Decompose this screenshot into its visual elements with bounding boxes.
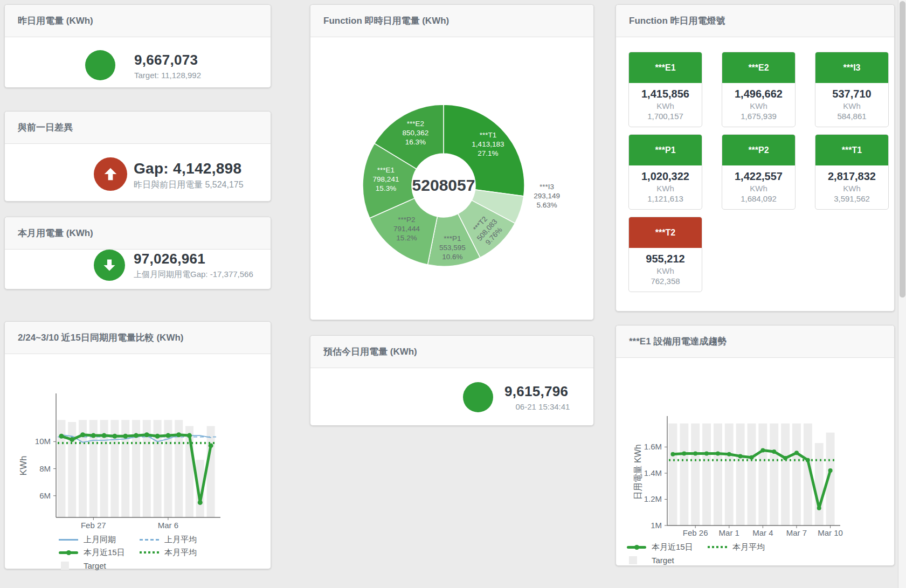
device-tile[interactable]: ***E21,496,662KWh1,675,939 (722, 52, 796, 127)
device-tile[interactable]: ***P21,422,557KWh1,684,092 (722, 134, 796, 210)
tile-status-header: ***I3 (815, 52, 888, 83)
e1trend-legend: 本月近15日本月平均Target (627, 541, 805, 566)
data-point (91, 433, 96, 438)
tile-unit: KWh (815, 184, 888, 193)
data-point (693, 452, 697, 456)
legend-label: 本月近15日 (84, 548, 125, 558)
gap-subtitle: 昨日與前日用電量 5,524,175 (134, 179, 244, 191)
tile-value: 1,496,662 (722, 88, 795, 100)
y-tick-label: 1M (651, 521, 662, 530)
data-point (670, 452, 675, 456)
realtime-donut-chart-area[interactable]: ***T11,413,18327.1%***I3293,1495.63%***T… (310, 37, 594, 309)
panel-title: ***E1 設備用電達成趨勢 (616, 326, 894, 358)
svg-text:10.6%: 10.6% (442, 253, 462, 261)
svg-text:***E2: ***E2 (407, 120, 424, 128)
data-point (772, 449, 776, 454)
tile-unit: KWh (722, 101, 795, 110)
panel-month-usage: 本月用電量 (KWh) 97,026,961 上個月同期用電Gap: -17,3… (4, 217, 271, 289)
device-tile[interactable]: ***I3537,710KWh584,861 (815, 52, 889, 127)
dot-green-swatch-icon (708, 542, 727, 552)
tile-status-header: ***E1 (629, 52, 702, 83)
legend-item[interactable]: 本月近15日 (59, 546, 140, 559)
legend-item[interactable]: 上月同期 (59, 533, 140, 546)
data-point (750, 455, 754, 460)
legend-item[interactable]: 本月近15日 (627, 541, 708, 554)
y-tick-label: 1.4M (644, 468, 662, 478)
legend-label: 本月近15日 (652, 542, 693, 552)
panel-title: 預估今日用電量 (KWh) (310, 336, 593, 368)
y-tick-label: 8M (39, 464, 51, 473)
panel-title: Function 昨日用電燈號 (616, 5, 894, 37)
device-tile[interactable]: ***T2955,212KWh762,358 (628, 217, 702, 292)
x-tick-label: Mar 10 (818, 528, 843, 537)
x-tick-label: Mar 4 (752, 528, 773, 537)
dash-blue-swatch-icon (140, 535, 159, 544)
stat-block: Gap: 4,142,898 昨日與前日用電量 5,524,175 (134, 160, 244, 191)
target-bar (669, 424, 677, 525)
legend-label: 上月同期 (84, 535, 116, 545)
data-point (716, 452, 720, 456)
estimate-ok-indicator (463, 382, 493, 412)
arrow-down-icon (102, 258, 117, 273)
tile-unit: KWh (629, 101, 702, 110)
y-tick-label: 1.6M (644, 442, 662, 451)
svg-text:553,595: 553,595 (439, 244, 466, 252)
scrollbar-thumb[interactable] (900, 1, 905, 298)
data-point (102, 433, 107, 438)
svg-text:***P2: ***P2 (398, 216, 415, 224)
data-point (112, 434, 117, 439)
svg-text:27.1%: 27.1% (478, 149, 498, 157)
legend-item[interactable]: Target (627, 554, 708, 566)
tile-target-value: 3,591,562 (815, 194, 888, 203)
data-point (70, 437, 74, 442)
target-bar (714, 424, 722, 525)
data-point (155, 434, 160, 439)
legend-item[interactable]: 上月平均 (140, 533, 220, 546)
compare15-chart-area[interactable]: 6M8M10MFeb 27Mar 6KWh (5, 355, 272, 534)
month-down-indicator (94, 250, 125, 281)
tile-unit: KWh (722, 184, 795, 193)
panel-gap-previous-day: 與前一日差異 Gap: 4,142,898 昨日與前日用電量 5,524,175 (4, 111, 271, 202)
legend-label: 上月平均 (164, 535, 197, 545)
panel-15day-compare: 2/24~3/10 近15日同期用電量比較 (KWh) 6M8M10MFeb 2… (4, 321, 271, 569)
data-point (760, 448, 765, 453)
x-tick-label: Mar 6 (158, 521, 178, 530)
tile-status-header: ***E2 (722, 52, 795, 83)
tile-target-value: 1,684,092 (722, 194, 795, 203)
data-point (704, 452, 709, 456)
target-bar (758, 424, 767, 525)
panel-today-estimate: 預估今日用電量 (KWh) 9,615,796 06-21 15:34:41 (310, 335, 594, 426)
target-bar (815, 443, 824, 525)
panel-title: 昨日用電量 (KWh) (5, 5, 271, 37)
stat-block: 9,667,073 Target: 11,128,992 (134, 52, 201, 80)
legend-label: 本月平均 (164, 548, 197, 558)
data-point (134, 433, 139, 438)
scrollbar[interactable] (898, 0, 906, 588)
data-point (794, 451, 799, 455)
data-point (165, 433, 170, 438)
stat-block: 97,026,961 上個月同期用電Gap: -17,377,566 (134, 251, 253, 280)
tile-value: 1,020,322 (629, 170, 702, 183)
legend-item[interactable]: Target (59, 559, 140, 572)
month-value: 97,026,961 (134, 251, 253, 267)
legend-item[interactable]: 本月平均 (140, 546, 220, 559)
svg-text:***T1: ***T1 (480, 131, 497, 139)
device-tile[interactable]: ***P11,020,322KWh1,121,613 (628, 134, 702, 210)
panel-title: 本月用電量 (KWh) (5, 217, 271, 250)
data-point (198, 500, 203, 505)
panel-title: Function 即時日用電量 (KWh) (310, 5, 593, 37)
legend-label: Target (84, 561, 106, 570)
gap-value: Gap: 4,142,898 (134, 160, 244, 177)
dot-green-swatch-icon (140, 548, 159, 557)
y-tick-label: 1.2M (644, 494, 662, 503)
target-bar (792, 424, 801, 525)
device-tile[interactable]: ***T12,817,832KWh3,591,562 (815, 134, 889, 210)
tile-value: 955,212 (629, 253, 702, 265)
target-bar (680, 424, 688, 525)
e1trend-chart-area[interactable]: 1M1.2M1.4M1.6MFeb 26Mar 1Mar 4Mar 7Mar 1… (616, 359, 895, 542)
estimate-value: 9,615,796 (504, 383, 581, 400)
data-point (80, 432, 85, 437)
data-point (176, 432, 181, 437)
device-tile[interactable]: ***E11,415,856KWh1,700,157 (628, 52, 702, 127)
legend-item[interactable]: 本月平均 (708, 541, 789, 554)
